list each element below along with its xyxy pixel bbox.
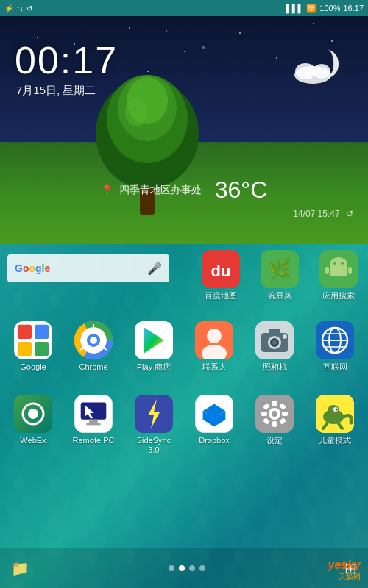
location-name: 四季青地区办事处 [119, 184, 202, 197]
svg-text:🌿: 🌿 [268, 257, 292, 281]
app-label-remote-pc: Remote PC [73, 436, 115, 445]
svg-point-84 [336, 409, 338, 411]
app-play-store[interactable]: Play 商店 [124, 321, 183, 372]
svg-rect-16 [325, 267, 329, 274]
app-settings[interactable]: 设定 [245, 395, 304, 445]
app-google[interactable]: Google [4, 321, 63, 372]
app-label-kids-mode: 儿童模式 [319, 436, 351, 445]
svg-rect-15 [330, 266, 347, 276]
weather-condition-icon [291, 42, 350, 86]
svg-point-71 [272, 411, 277, 417]
app-contacts[interactable]: 联系人 [185, 321, 244, 372]
svg-point-39 [207, 329, 222, 343]
status-time: 16:17 [343, 4, 364, 12]
svg-point-32 [90, 337, 97, 344]
page-dot-4[interactable] [199, 565, 205, 571]
app-label-baidu-map: 百度地图 [205, 291, 237, 301]
app-label-settings: 设定 [266, 436, 283, 445]
battery-percent: 100% [319, 4, 340, 12]
svg-rect-17 [348, 267, 352, 274]
app-label-wandoujia: 豌豆荚 [268, 291, 292, 301]
temperature-display: 36°C [215, 176, 268, 204]
signal-bars-icon: ▌▌▌ [286, 4, 303, 12]
page-indicator [169, 565, 205, 571]
svg-rect-75 [282, 412, 288, 416]
app-internet[interactable]: 互联网 [305, 321, 364, 372]
sync-icon: ↺ [26, 4, 32, 12]
voice-search-icon[interactable]: 🎤 [147, 262, 162, 276]
app-baidu-map[interactable]: du 百度地图 [191, 250, 250, 301]
svg-point-5 [125, 97, 147, 126]
refresh-icon[interactable]: ↺ [346, 209, 353, 219]
svg-point-19 [341, 262, 344, 265]
svg-text:du: du [211, 262, 231, 280]
svg-rect-46 [269, 329, 280, 334]
page-dot-2[interactable] [179, 565, 185, 571]
svg-point-56 [28, 409, 38, 419]
svg-rect-73 [272, 421, 277, 427]
svg-rect-21 [18, 325, 32, 339]
status-right-info: ▌▌▌ 🛜 100% 16:17 [286, 4, 364, 13]
app-label-google: Google [20, 362, 46, 372]
status-left-icons: ⚡ ↑↓ ↺ [4, 4, 32, 12]
app-dropbox[interactable]: Dropbox [185, 395, 244, 445]
location-pin-icon: 📍 [101, 184, 113, 196]
status-bar: ⚡ ↑↓ ↺ ▌▌▌ 🛜 100% 16:17 [0, 0, 368, 16]
svg-rect-58 [81, 403, 107, 420]
app-sidesync[interactable]: SideSync 3.0 [124, 395, 183, 455]
svg-point-45 [272, 340, 277, 345]
app-camera[interactable]: 照相机 [245, 321, 304, 372]
svg-rect-23 [18, 342, 32, 356]
home-screen: Google 🎤 du 百度地图 🌿 豌豆荚 [0, 244, 368, 588]
svg-rect-24 [35, 342, 49, 356]
svg-point-7 [295, 63, 316, 79]
svg-point-82 [328, 405, 339, 417]
svg-rect-59 [89, 420, 98, 423]
search-bar[interactable]: Google 🎤 [7, 254, 169, 282]
second-apps-row: Google [4, 321, 364, 372]
third-apps-row: WebEx Remote PC [4, 395, 364, 455]
clock-display: 00:17 [15, 38, 118, 82]
svg-rect-22 [35, 325, 49, 339]
app-wandoujia[interactable]: 🌿 豌豆荚 [250, 250, 309, 301]
signal-icon: ↑↓ [16, 4, 24, 12]
weather-timestamp: 14/07 15:47 ↺ [293, 209, 353, 219]
watermark: yesky 天极网 [328, 559, 361, 582]
charge-icon: ⚡ [4, 4, 13, 12]
app-kids-mode[interactable]: 儿童模式 [305, 395, 364, 445]
svg-rect-72 [272, 401, 277, 406]
svg-point-47 [283, 334, 287, 339]
app-chrome[interactable]: Chrome [64, 321, 123, 372]
watermark-brand: yesky [328, 559, 361, 572]
google-logo-text: Google [15, 262, 143, 274]
weather-widget: 00:17 7月15日, 星期二 📍 四季青地区办事处 36°C 14/07 1… [0, 16, 368, 244]
folder-icon[interactable]: 📁 [11, 559, 29, 577]
app-label-app-search: 应用搜索 [322, 291, 355, 301]
page-dot-3[interactable] [189, 565, 195, 571]
bottom-bar: 📁 ⊞ [0, 548, 368, 588]
app-label-webex: WebEx [20, 436, 46, 445]
app-webex[interactable]: WebEx [4, 395, 63, 445]
watermark-subtitle: 天极网 [339, 572, 361, 582]
date-display: 7月15日, 星期二 [16, 84, 96, 98]
app-app-search[interactable]: 应用搜索 [309, 250, 368, 301]
app-label-internet: 互联网 [323, 362, 347, 372]
svg-point-18 [333, 262, 336, 265]
app-remote-pc[interactable]: Remote PC [64, 395, 123, 445]
app-label-play-store: Play 商店 [137, 362, 171, 372]
svg-rect-60 [86, 423, 100, 426]
app-label-contacts: 联系人 [202, 362, 227, 372]
svg-point-8 [313, 64, 330, 79]
page-dot-1[interactable] [169, 565, 174, 571]
top-apps-row: du 百度地图 🌿 豌豆荚 [188, 250, 368, 301]
app-label-chrome: Chrome [79, 362, 107, 372]
app-label-dropbox: Dropbox [199, 436, 230, 445]
app-label-camera: 照相机 [263, 362, 287, 372]
app-label-sidesync: SideSync 3.0 [137, 436, 171, 455]
svg-rect-74 [261, 412, 267, 416]
weather-location-temp: 📍 四季青地区办事处 36°C [0, 176, 368, 204]
wifi-icon: 🛜 [306, 4, 316, 13]
